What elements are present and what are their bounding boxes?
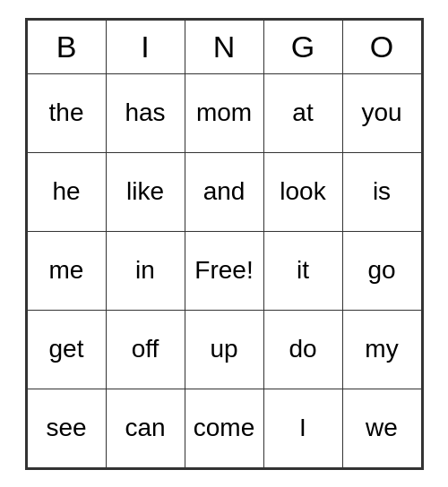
header-row: BINGO [27, 20, 421, 73]
bingo-cell-r0-c4: you [342, 73, 421, 152]
bingo-cell-r2-c1: in [106, 231, 185, 310]
bingo-cell-r2-c0: me [27, 231, 106, 310]
bingo-cell-r3-c3: do [263, 310, 342, 389]
bingo-cell-r1-c2: and [185, 152, 263, 231]
bingo-cell-r4-c1: can [106, 389, 185, 467]
table-row: helikeandlookis [27, 152, 421, 231]
bingo-table: BINGO thehasmomatyouhelikeandlookismeinF… [27, 20, 422, 468]
bingo-cell-r4-c0: see [27, 389, 106, 467]
table-row: getoffupdomy [27, 310, 421, 389]
header-cell-o: O [342, 20, 421, 73]
bingo-cell-r0-c3: at [263, 73, 342, 152]
bingo-cell-r4-c3: I [263, 389, 342, 467]
bingo-cell-r3-c2: up [185, 310, 263, 389]
bingo-cell-r3-c4: my [342, 310, 421, 389]
bingo-cell-r3-c1: off [106, 310, 185, 389]
header-cell-g: G [263, 20, 342, 73]
bingo-cell-r3-c0: get [27, 310, 106, 389]
bingo-cell-r2-c4: go [342, 231, 421, 310]
header-cell-n: N [185, 20, 263, 73]
header-cell-i: I [106, 20, 185, 73]
bingo-cell-r1-c3: look [263, 152, 342, 231]
bingo-cell-r1-c4: is [342, 152, 421, 231]
bingo-cell-r0-c1: has [106, 73, 185, 152]
header-cell-b: B [27, 20, 106, 73]
table-row: thehasmomatyou [27, 73, 421, 152]
bingo-cell-r2-c3: it [263, 231, 342, 310]
bingo-cell-r2-c2: Free! [185, 231, 263, 310]
bingo-cell-r1-c0: he [27, 152, 106, 231]
bingo-cell-r0-c2: mom [185, 73, 263, 152]
table-row: meinFree!itgo [27, 231, 421, 310]
bingo-cell-r4-c2: come [185, 389, 263, 467]
bingo-card: BINGO thehasmomatyouhelikeandlookismeinF… [25, 18, 424, 470]
bingo-cell-r4-c4: we [342, 389, 421, 467]
bingo-cell-r1-c1: like [106, 152, 185, 231]
table-row: seecancomeIwe [27, 389, 421, 467]
bingo-cell-r0-c0: the [27, 73, 106, 152]
